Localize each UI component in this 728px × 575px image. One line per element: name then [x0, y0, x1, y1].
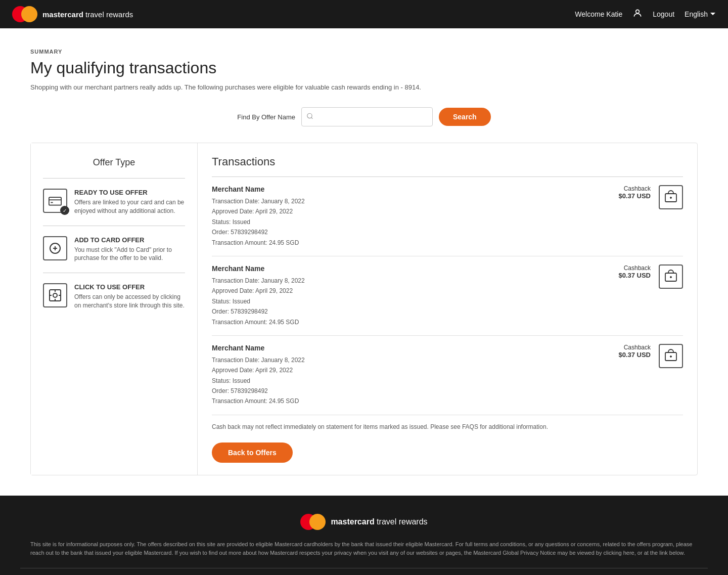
- cashback-note: Cash back may not reflect immediately on…: [212, 423, 683, 430]
- click-offer-text: CLICK TO USE OFFER Offers can only be ac…: [74, 283, 185, 310]
- click-offer-desc: Offers can only be accessed by clicking …: [74, 293, 185, 310]
- ready-offer-text: READY TO USE OFFER Offers are linked to …: [74, 189, 185, 215]
- page-title: My qualifying transactions: [30, 59, 698, 77]
- click-offer-name: CLICK TO USE OFFER: [74, 283, 185, 291]
- logo-circle-orange: [21, 6, 37, 22]
- profile-icon-button[interactable]: [632, 8, 643, 20]
- table-row: Merchant Name Transaction Date: January …: [212, 256, 683, 336]
- transaction-detail-2: Transaction Date: January 8, 2022 Approv…: [212, 276, 305, 327]
- footer-brand-light: travel rewards: [375, 517, 428, 526]
- add-offer-text: ADD TO CARD OFFER You must click "Add to…: [74, 236, 185, 263]
- footer-links: Terms of Use FAQs Mastercard.com Global …: [20, 568, 708, 575]
- footer: mastercard travel rewards This site is f…: [0, 496, 728, 575]
- svg-point-0: [636, 10, 640, 13]
- mastercard-logo: [12, 6, 37, 22]
- breadcrumb: SUMMARY: [30, 49, 698, 55]
- search-icon: [306, 113, 313, 121]
- footer-logo-circle-orange: [309, 514, 326, 530]
- brand-light: travel rewards: [83, 10, 133, 19]
- transactions-panel: Transactions Merchant Name Transaction D…: [198, 143, 697, 475]
- table-row: Merchant Name Transaction Date: January …: [212, 177, 683, 256]
- merchant-name-2: Merchant Name: [212, 264, 305, 273]
- welcome-text: Welcome Katie: [575, 10, 622, 18]
- svg-point-10: [53, 293, 57, 297]
- cart-icon-1: [659, 185, 683, 209]
- cashback-info-3: Cashback $0.37 USD: [618, 344, 651, 359]
- merchant-name-1: Merchant Name: [212, 185, 305, 193]
- cashback-info-2: Cashback $0.37 USD: [618, 264, 651, 279]
- cashback-info-1: Cashback $0.37 USD: [618, 185, 651, 200]
- transactions-title: Transactions: [212, 155, 683, 168]
- click-offer-icon: [43, 283, 67, 307]
- transaction-right-3: Cashback $0.37 USD: [618, 344, 683, 368]
- language-selector[interactable]: English: [685, 10, 716, 18]
- transaction-right-2: Cashback $0.37 USD: [618, 264, 683, 289]
- table-row: Merchant Name Transaction Date: January …: [212, 336, 683, 415]
- offer-type-panel: Offer Type ✓ READY TO USE OFFER Offers a…: [31, 143, 198, 475]
- main-content: SUMMARY My qualifying transactions Shopp…: [0, 28, 728, 496]
- offer-type-divider: [43, 178, 185, 179]
- footer-brand-bold: mastercard: [331, 517, 374, 526]
- ready-offer-name: READY TO USE OFFER: [74, 189, 185, 196]
- footer-logo-row: mastercard travel rewards: [20, 514, 708, 530]
- search-row: Find By Offer Name Search: [30, 107, 698, 126]
- offer-type-title: Offer Type: [43, 157, 185, 168]
- header-left: mastercard travel rewards: [12, 6, 133, 22]
- header: mastercard travel rewards Welcome Katie …: [0, 0, 728, 28]
- offer-item-add: ADD TO CARD OFFER You must click "Add to…: [43, 236, 185, 263]
- brand-bold: mastercard: [42, 10, 83, 19]
- svg-rect-3: [49, 197, 61, 205]
- footer-disclaimer: This site is for informational purposes …: [20, 540, 708, 558]
- add-divider: [43, 273, 185, 273]
- transaction-left-1: Merchant Name Transaction Date: January …: [212, 185, 305, 248]
- offer-item-ready: ✓ READY TO USE OFFER Offers are linked t…: [43, 189, 185, 215]
- back-to-offers-button[interactable]: Back to Offers: [212, 443, 293, 463]
- transaction-detail-1: Transaction Date: January 8, 2022 Approv…: [212, 196, 305, 248]
- footer-brand-name: mastercard travel rewards: [331, 517, 427, 526]
- brand-name: mastercard travel rewards: [42, 10, 133, 19]
- ready-divider: [43, 226, 185, 226]
- transaction-left-3: Merchant Name Transaction Date: January …: [212, 344, 305, 407]
- ready-offer-icon: ✓: [43, 189, 67, 213]
- add-offer-desc: You must click "Add to Card" prior to pu…: [74, 246, 185, 263]
- search-input[interactable]: [301, 107, 433, 126]
- cart-icon-3: [659, 344, 683, 368]
- transaction-left-2: Merchant Name Transaction Date: January …: [212, 264, 305, 327]
- offer-item-click: CLICK TO USE OFFER Offers can only be ac…: [43, 283, 185, 310]
- transaction-right-1: Cashback $0.37 USD: [618, 185, 683, 209]
- page-subtitle: Shopping with our merchant partners real…: [30, 83, 698, 91]
- add-offer-name: ADD TO CARD OFFER: [74, 236, 185, 244]
- transaction-detail-3: Transaction Date: January 8, 2022 Approv…: [212, 355, 305, 407]
- search-label: Find By Offer Name: [237, 113, 295, 121]
- search-input-wrap: [301, 107, 433, 126]
- ready-offer-desc: Offers are linked to your card and can b…: [74, 198, 185, 215]
- language-label: English: [685, 10, 708, 18]
- content-area: Offer Type ✓ READY TO USE OFFER Offers a…: [30, 143, 698, 475]
- search-button[interactable]: Search: [439, 108, 491, 126]
- add-offer-icon: [43, 236, 67, 260]
- logout-button[interactable]: Logout: [653, 10, 674, 18]
- footer-mastercard-logo: [300, 514, 326, 530]
- svg-line-2: [311, 117, 313, 119]
- check-badge: ✓: [60, 206, 69, 215]
- svg-point-1: [307, 113, 312, 118]
- merchant-name-3: Merchant Name: [212, 344, 305, 352]
- cart-icon-2: [659, 264, 683, 289]
- header-right: Welcome Katie Logout English: [575, 8, 716, 20]
